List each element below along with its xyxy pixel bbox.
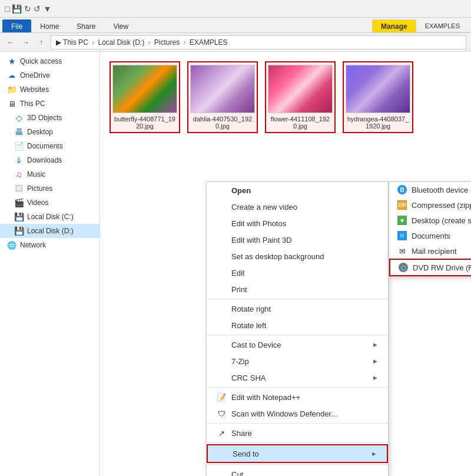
ctx-rotate-right-icon — [216, 303, 227, 314]
sidebar-item-documents[interactable]: 📄 Documents — [0, 139, 99, 153]
ctx-edit-paint3d[interactable]: Edit with Paint 3D — [207, 232, 388, 248]
file-item-flower[interactable]: flower-4411108_1920.jpg — [265, 61, 336, 133]
undo-icon[interactable]: ↻ — [24, 4, 31, 14]
file-grid: butterfly-4408771_1920.jpg dahlia-440753… — [100, 52, 471, 143]
sidebar-item-music[interactable]: ♫ Music — [0, 167, 99, 181]
sidebar-label-quick-access: Quick access — [20, 57, 62, 65]
ctx-create-video[interactable]: Create a new video — [207, 199, 388, 215]
ctx-cast-to-device[interactable]: Cast to Device ► — [207, 336, 388, 353]
disk-d-icon: 💾 — [14, 226, 24, 236]
sidebar: ★ Quick access ☁ OneDrive 📁 Websites 🖥 T… — [0, 52, 100, 476]
ctx-rotate-right-label: Rotate right — [231, 305, 379, 313]
sidebar-item-videos[interactable]: 🎬 Videos — [0, 196, 99, 210]
tab-home[interactable]: Home — [31, 19, 68, 32]
sub-compressed-folder[interactable]: ZIP Compressed (zipped) folder — [389, 197, 471, 213]
ctx-edit-photos[interactable]: Edit with Photos — [207, 215, 388, 232]
ctx-send-to-arrow: ► — [371, 450, 377, 457]
redo-icon[interactable]: ↺ — [34, 4, 41, 14]
up-button[interactable]: ↑ — [35, 37, 47, 48]
file-thumbnail-hydrangea — [346, 65, 410, 113]
ctx-sep-1 — [207, 299, 388, 299]
sidebar-item-onedrive[interactable]: ☁ OneDrive — [0, 68, 99, 82]
address-path[interactable]: ▶ This PC › Local Disk (D:) › Pictures ›… — [51, 35, 466, 49]
tab-share[interactable]: Share — [68, 19, 104, 32]
tab-file[interactable]: File — [2, 19, 31, 32]
sidebar-item-local-disk-d[interactable]: 💾 Local Disk (D:) — [0, 224, 99, 238]
ctx-desktop-bg-icon — [216, 251, 227, 262]
ctx-cut-icon — [216, 469, 227, 476]
file-thumbnail-dahlia — [190, 65, 255, 113]
sidebar-label-downloads: Downloads — [27, 156, 62, 164]
sub-documents[interactable]: D Documents — [389, 228, 471, 243]
file-name-hydrangea: hydrangea-4408037_1920.jpg — [346, 115, 410, 130]
sidebar-item-network[interactable]: 🌐 Network — [0, 238, 99, 252]
file-item-hydrangea[interactable]: hydrangea-4408037_1920.jpg — [343, 61, 413, 133]
ctx-cut[interactable]: Cut — [207, 466, 388, 476]
sub-desktop-label: Desktop (create shortcut) — [412, 216, 471, 225]
ctx-send-to[interactable]: Send to ► — [207, 444, 388, 463]
ctx-edit-notepad[interactable]: 📝 Edit with Notepad++ — [207, 389, 388, 405]
sidebar-item-this-pc[interactable]: 🖥 This PC — [0, 97, 99, 111]
ribbon-top: □ 💾 ↻ ↺ ▼ — [0, 0, 471, 18]
tab-examples: EXAMPLES — [416, 19, 469, 32]
ctx-crc-sha[interactable]: CRC SHA ► — [207, 369, 388, 386]
sub-desktop-shortcut[interactable]: ■ Desktop (create shortcut) — [389, 213, 471, 228]
ctx-sep-6 — [207, 464, 388, 465]
ctx-rotate-right[interactable]: Rotate right — [207, 300, 388, 317]
sidebar-item-quick-access[interactable]: ★ Quick access — [0, 54, 99, 68]
sidebar-item-pictures[interactable]: 🖼 Pictures — [0, 181, 99, 196]
file-item-butterfly[interactable]: butterfly-4408771_1920.jpg — [110, 61, 180, 133]
sidebar-item-3d-objects[interactable]: ◇ 3D Objects — [0, 111, 99, 125]
file-name-butterfly: butterfly-4408771_1920.jpg — [113, 115, 177, 130]
desktop-icon: 🖶 — [14, 127, 24, 137]
tab-manage[interactable]: Manage — [372, 19, 416, 32]
file-item-dahlia[interactable]: dahlia-4407530_1920.jpg — [187, 61, 258, 133]
bluetooth-icon: B — [397, 185, 407, 194]
ctx-share-icon: ↗ — [216, 428, 227, 438]
websites-folder-icon: 📁 — [7, 85, 16, 94]
sidebar-item-downloads[interactable]: ⇓ Downloads — [0, 153, 99, 167]
save-icon[interactable]: 💾 — [12, 4, 22, 14]
ctx-cast-icon — [216, 339, 227, 350]
back-button[interactable]: ← — [5, 37, 16, 48]
desktop-shortcut-icon: ■ — [397, 216, 407, 225]
ctx-rotate-left-label: Rotate left — [231, 321, 379, 330]
onedrive-icon: ☁ — [7, 71, 16, 80]
quick-access-icon: ★ — [7, 57, 16, 66]
sidebar-item-websites[interactable]: 📁 Websites — [0, 82, 99, 97]
sub-dvd-drive[interactable]: ◯ DVD RW Drive (F:) — [389, 259, 471, 276]
sidebar-item-desktop[interactable]: 🖶 Desktop — [0, 125, 99, 139]
ctx-notepad-label: Edit with Notepad++ — [231, 393, 379, 402]
ctx-edit-label: Edit — [231, 269, 379, 277]
address-bar: ← → ↑ ▶ This PC › Local Disk (D:) › Pict… — [0, 33, 471, 52]
ctx-open-icon — [216, 185, 227, 196]
ctx-scan-defender[interactable]: 🛡 Scan with Windows Defender... — [207, 405, 388, 422]
sidebar-label-3d-objects: 3D Objects — [27, 114, 62, 122]
ctx-share-label: Share — [231, 429, 379, 438]
ctx-open[interactable]: Open — [207, 182, 388, 199]
ctx-set-desktop-bg[interactable]: Set as desktop background — [207, 248, 388, 265]
tab-view[interactable]: View — [104, 19, 137, 32]
sub-bluetooth[interactable]: B Bluetooth device — [389, 182, 471, 197]
ctx-send-to-label: Send to — [233, 449, 366, 458]
dropdown-icon[interactable]: ▼ — [43, 4, 51, 14]
context-menu: Open Create a new video Edit with Photos… — [206, 181, 389, 476]
ctx-edit-paint3d-label: Edit with Paint 3D — [231, 236, 379, 244]
ctx-share[interactable]: ↗ Share — [207, 425, 388, 441]
sidebar-item-local-disk-c[interactable]: 💾 Local Disk (C:) — [0, 210, 99, 224]
forward-button[interactable]: → — [20, 37, 32, 48]
ctx-rotate-left[interactable]: Rotate left — [207, 317, 388, 333]
ctx-print[interactable]: Print — [207, 281, 388, 298]
back-icon[interactable]: □ — [5, 4, 9, 14]
ctx-print-label: Print — [231, 285, 379, 294]
disk-c-icon: 💾 — [14, 212, 24, 222]
ctx-7zip[interactable]: 7-Zip ► — [207, 353, 388, 369]
sub-mail-recipient[interactable]: ✉ Mail recipient — [389, 243, 471, 259]
quick-access-bar: □ 💾 ↻ ↺ ▼ — [5, 4, 51, 14]
ctx-edit[interactable]: Edit — [207, 265, 388, 281]
3d-objects-icon: ◇ — [14, 113, 24, 123]
sidebar-label-local-disk-c: Local Disk (C:) — [27, 213, 74, 221]
music-icon: ♫ — [14, 170, 24, 179]
ctx-set-desktop-bg-label: Set as desktop background — [231, 252, 379, 261]
ctx-crc-label: CRC SHA — [231, 373, 367, 382]
